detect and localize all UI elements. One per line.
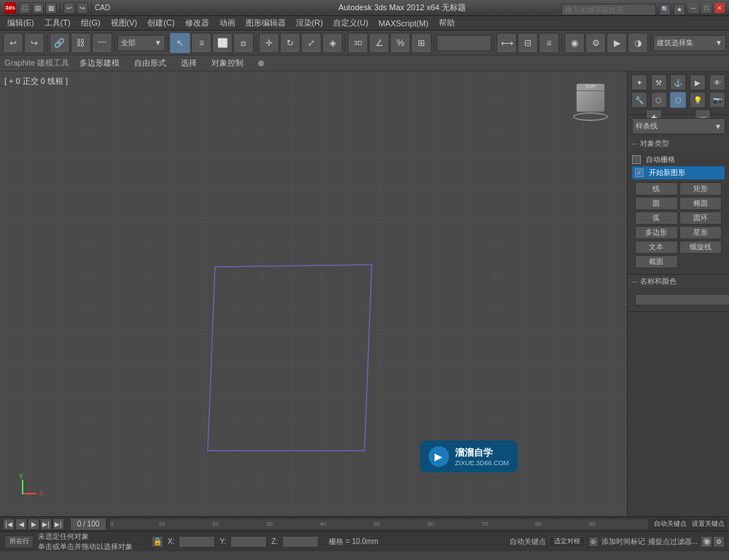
menu-help[interactable]: 帮助 [434, 16, 459, 30]
graphite-tab-polygon[interactable]: 多边形建模 [75, 56, 124, 70]
crossing-select-btn[interactable]: ⧈ [233, 33, 254, 53]
link-btn[interactable]: 🔗 [50, 33, 70, 53]
unlink-btn[interactable]: ⛓ [71, 33, 91, 53]
create-panel-btn[interactable]: ✦ [631, 74, 647, 90]
menu-edit[interactable]: 编辑(E) [3, 16, 39, 30]
helix-btn[interactable]: 螺旋线 [679, 241, 722, 254]
render-setup-btn[interactable]: ⚙ [585, 33, 606, 53]
redo-toolbar-btn[interactable]: ↪ [24, 33, 44, 53]
redo-btn[interactable]: ↪ [77, 2, 88, 14]
snap-options-btn[interactable]: ⚙ [713, 536, 725, 548]
menu-tools[interactable]: 工具(T) [40, 16, 75, 30]
bind-spacewarp-btn[interactable]: 〰 [92, 33, 112, 53]
shapes-btn[interactable]: ⬠ [670, 92, 686, 108]
object-name-input[interactable] [635, 294, 729, 306]
layer-manager-btn[interactable]: ≡ [539, 33, 559, 53]
new-file-btn[interactable]: □ [19, 2, 31, 14]
z-coord-input[interactable] [282, 536, 319, 548]
timeline-slider[interactable]: // draw ticks dynamically 0 10 20 30 40 … [109, 518, 649, 530]
motion-panel-btn[interactable]: ▶ [690, 74, 706, 90]
x-coord-input[interactable] [179, 536, 215, 548]
selection-mode-btn[interactable]: 适定对框 [549, 536, 585, 548]
set-key-btn[interactable]: 设置关键点 [690, 518, 726, 530]
menu-create[interactable]: 创建(C) [143, 16, 179, 30]
angle-snap-btn[interactable]: ∠ [369, 33, 389, 53]
snap-toggle-btn[interactable]: 🔘 [701, 536, 712, 548]
object-types-header[interactable]: ─ 对象类型 [628, 137, 729, 150]
undo-toolbar-btn[interactable]: ↩ [3, 33, 23, 53]
menu-render[interactable]: 渲染(R) [292, 16, 327, 30]
search-input[interactable] [561, 4, 656, 15]
start-new-shape-checkbox[interactable]: ✓ [635, 168, 644, 177]
line-btn[interactable]: 线 [635, 182, 678, 195]
menu-view[interactable]: 视图(V) [106, 16, 142, 30]
rotate-btn[interactable]: ↻ [280, 33, 300, 53]
graphite-tab-select[interactable]: 选择 [176, 56, 201, 70]
selection-sets-dropdown[interactable]: 建筑选择集 ▼ [653, 35, 726, 51]
graphite-tab-object[interactable]: 对象控制 [207, 56, 248, 70]
auto-grid-checkbox[interactable] [632, 155, 641, 164]
lock-icon[interactable]: 🔒 [152, 536, 163, 548]
graphite-tab-freeform[interactable]: 自由形式 [130, 56, 171, 70]
select-btn[interactable]: ↖ [170, 33, 190, 53]
snap-icon[interactable]: ⊕ [588, 537, 599, 547]
named-selection-input[interactable] [437, 35, 491, 51]
spinner-snap-btn[interactable]: ⊞ [411, 33, 432, 53]
menu-animation[interactable]: 动画 [215, 16, 240, 30]
text-btn[interactable]: 文本 [635, 241, 678, 254]
spline-dropdown[interactable]: 样条线 ▼ [632, 118, 725, 134]
rect-select-btn[interactable]: ⬜ [212, 33, 233, 53]
maximize-btn[interactable]: □ [701, 3, 712, 13]
minimize-btn[interactable]: ─ [688, 3, 698, 13]
menu-customize[interactable]: 自定义(U) [329, 16, 373, 30]
align-btn[interactable]: ⊟ [518, 33, 538, 53]
display-panel-btn[interactable]: 👁 [709, 74, 725, 90]
y-coord-input[interactable] [230, 536, 267, 548]
cameras-btn[interactable]: 📷 [709, 92, 725, 108]
section-btn[interactable]: 截面 [635, 255, 678, 268]
search-btn[interactable]: 🔍 [659, 4, 671, 15]
utility-panel-btn[interactable]: 🔧 [631, 92, 647, 108]
material-editor-btn[interactable]: ◉ [564, 33, 585, 53]
circle-btn[interactable]: 圆 [635, 197, 678, 210]
close-btn[interactable]: ✕ [714, 3, 725, 13]
geometry-btn[interactable]: ⬡ [651, 92, 667, 108]
modify-panel-btn[interactable]: ⚒ [651, 74, 667, 90]
hierarchy-panel-btn[interactable]: ⚓ [670, 74, 686, 90]
donut-btn[interactable]: 圆环 [679, 211, 722, 225]
next-frame-btn[interactable]: ▶| [40, 518, 52, 530]
prev-frame-btn[interactable]: ◀ [15, 518, 27, 530]
selection-filter-dropdown[interactable]: 全部 ▼ [117, 35, 165, 51]
rect-btn[interactable]: 矩形 [679, 182, 722, 195]
menu-maxscript[interactable]: MAXScript(M) [374, 18, 432, 29]
start-new-shape-row[interactable]: ✓ 开始新图形 [632, 166, 725, 179]
scale-btn[interactable]: ⤢ [301, 33, 321, 53]
bookmark-btn[interactable]: ★ [674, 4, 685, 15]
star-btn[interactable]: 星形 [679, 226, 722, 239]
viewport[interactable]: [ + 0 正交 0 线框 ] TOP X Y ▶ [0, 71, 627, 516]
menu-modifier[interactable]: 修改器 [181, 16, 214, 30]
go-to-start-btn[interactable]: |◀ [3, 518, 15, 530]
mirror-btn[interactable]: ⟷ [496, 33, 517, 53]
quick-render-btn[interactable]: ▶ [607, 33, 627, 53]
active-shade-btn[interactable]: ◑ [628, 33, 648, 53]
snap3d-btn[interactable]: 3D [348, 33, 368, 53]
go-to-end-btn[interactable]: ▶| [52, 518, 64, 530]
play-btn[interactable]: ▶ [28, 518, 39, 530]
save-file-btn[interactable]: ▦ [45, 2, 57, 14]
open-file-btn[interactable]: ▤ [32, 2, 44, 14]
percent-snap-btn[interactable]: % [390, 33, 410, 53]
auto-key-btn[interactable]: 自动关键点 [652, 518, 688, 530]
viewport-rectangle[interactable] [208, 265, 372, 451]
menu-graph-editor[interactable]: 图形编辑器 [241, 16, 290, 30]
ref-coord-btn[interactable]: ◈ [322, 33, 343, 53]
select-name-btn[interactable]: ≡ [191, 33, 211, 53]
arc-btn[interactable]: 弧 [635, 211, 678, 225]
name-color-header[interactable]: ─ 名称和颜色 [628, 275, 729, 288]
move-btn[interactable]: ✛ [259, 33, 279, 53]
ellipse-btn[interactable]: 椭圆 [679, 197, 722, 210]
lights-btn[interactable]: 💡 [690, 92, 706, 108]
undo-btn[interactable]: ↩ [63, 2, 75, 14]
menu-group[interactable]: 组(G) [77, 16, 105, 30]
ngon-btn[interactable]: 多边形 [635, 226, 678, 239]
